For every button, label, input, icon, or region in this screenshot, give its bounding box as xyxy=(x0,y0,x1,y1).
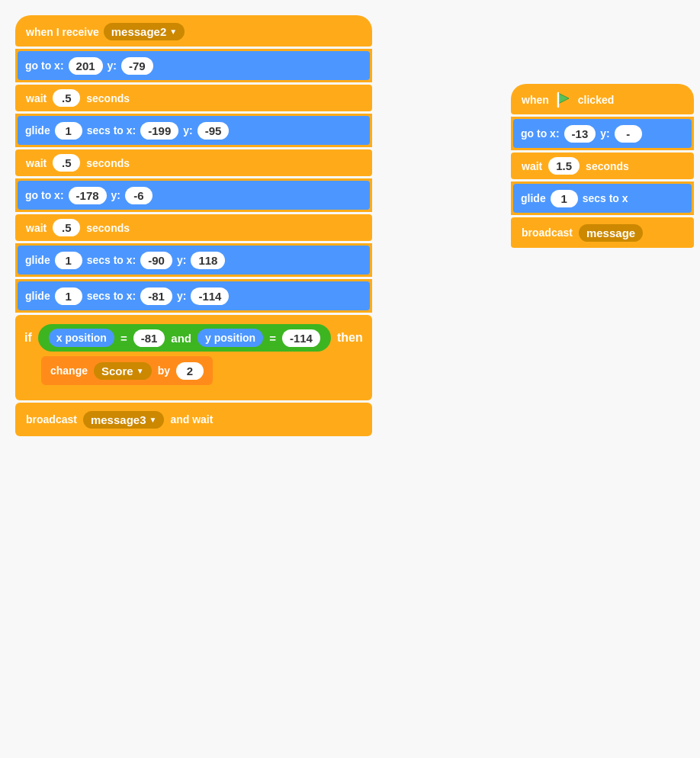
right-glide-secs-label: secs to x xyxy=(583,192,628,204)
glide-block-2[interactable]: glide 1 secs to x: -90 y: 118 xyxy=(18,246,370,275)
right-wait-suffix: seconds xyxy=(586,160,629,172)
right-glide-block[interactable]: glide 1 secs to x xyxy=(513,184,692,213)
wait-val-3[interactable]: .5 xyxy=(53,219,80,236)
svg-marker-0 xyxy=(558,93,569,104)
goto-y-label-1: y: xyxy=(108,59,117,72)
goto-x-2[interactable]: -178 xyxy=(69,187,107,204)
when-i-receive-label: when I receive xyxy=(26,26,99,38)
glide-label-1: glide xyxy=(25,124,50,137)
glide-secs-1[interactable]: 1 xyxy=(55,122,82,140)
message3-value: message3 xyxy=(91,413,146,426)
if-block: if x position = -81 and y position = -11… xyxy=(15,315,372,400)
wait-block-3[interactable]: wait .5 seconds xyxy=(15,214,372,241)
goto-block-2[interactable]: go to x: -178 y: -6 xyxy=(18,181,370,210)
then-label: then xyxy=(337,331,363,345)
glide-block-3[interactable]: glide 1 secs to x: -81 y: -114 xyxy=(18,281,370,310)
if-body: change Score ▼ by 2 xyxy=(41,356,368,385)
right-wait-block[interactable]: wait 1.5 seconds xyxy=(511,153,694,179)
wait-block-1[interactable]: wait .5 seconds xyxy=(15,85,372,111)
goto-block-1[interactable]: go to x: 201 y: -79 xyxy=(18,51,370,80)
goto-y-val-2[interactable]: -6 xyxy=(125,187,153,204)
score-dropdown[interactable]: Score ▼ xyxy=(94,362,152,380)
broadcast-label: broadcast xyxy=(26,413,77,426)
left-block-stack: when I receive message2 ▼ go to x: 201 y… xyxy=(15,15,372,436)
right-goto-y-label: y: xyxy=(600,127,609,140)
glide-y-label-2: y: xyxy=(177,254,186,266)
glide-secs-label-3: secs to x: xyxy=(87,290,136,302)
change-val[interactable]: 2 xyxy=(176,362,204,380)
glide-x-3[interactable]: -81 xyxy=(140,287,172,305)
and-label: and xyxy=(171,332,191,345)
glide-secs-label-1: secs to x: xyxy=(87,124,136,137)
score-dropdown-arrow: ▼ xyxy=(136,367,144,375)
glide-outer-1: glide 1 secs to x: -199 y: -95 xyxy=(15,114,372,147)
wait-val-1[interactable]: .5 xyxy=(53,89,80,107)
message2-dropdown[interactable]: message2 ▼ xyxy=(104,23,185,40)
clicked-label: clicked xyxy=(578,94,614,106)
right-glide-label: glide xyxy=(521,192,546,204)
glide-outer-3: glide 1 secs to x: -81 y: -114 xyxy=(15,279,372,313)
when-label: when xyxy=(522,94,549,106)
wait-label-1: wait xyxy=(26,92,47,104)
by-label: by xyxy=(158,365,170,377)
right-message-dropdown[interactable]: message xyxy=(579,224,643,242)
right-glide-secs[interactable]: 1 xyxy=(551,190,578,207)
change-score-block[interactable]: change Score ▼ by 2 xyxy=(41,356,213,385)
glide-label-2: glide xyxy=(25,254,50,266)
y-position-var[interactable]: y position xyxy=(197,329,263,347)
wait-suffix-1: seconds xyxy=(86,92,130,104)
glide-y-1[interactable]: -95 xyxy=(197,122,230,140)
glide-y-label-3: y: xyxy=(177,290,186,302)
right-message-value: message xyxy=(586,226,635,239)
x-val[interactable]: -81 xyxy=(133,329,165,347)
when-i-receive-block[interactable]: when I receive message2 ▼ xyxy=(15,15,372,47)
wait-val-2[interactable]: .5 xyxy=(53,154,80,172)
glide-x-2[interactable]: -90 xyxy=(140,252,172,269)
green-flag-icon xyxy=(555,92,572,108)
right-goto-outer: go to x: -13 y: - xyxy=(511,117,694,150)
change-label: change xyxy=(50,365,88,377)
message2-value: message2 xyxy=(111,25,167,38)
glide-secs-2[interactable]: 1 xyxy=(55,252,82,269)
goto-outer-1: go to x: 201 y: -79 xyxy=(15,49,372,82)
condition-block: x position = -81 and y position = -114 xyxy=(38,324,331,352)
glide-block-1[interactable]: glide 1 secs to x: -199 y: -95 xyxy=(18,116,370,145)
glide-secs-label-2: secs to x: xyxy=(87,254,136,266)
glide-outer-2: glide 1 secs to x: -90 y: 118 xyxy=(15,243,372,277)
right-wait-label: wait xyxy=(522,160,542,172)
glide-secs-3[interactable]: 1 xyxy=(55,287,82,305)
goto-x-1[interactable]: 201 xyxy=(69,57,103,75)
x-position-var[interactable]: x position xyxy=(49,329,114,347)
right-broadcast-block[interactable]: broadcast message xyxy=(511,217,694,248)
if-row: if x position = -81 and y position = -11… xyxy=(20,320,368,356)
right-wait-val[interactable]: 1.5 xyxy=(548,157,580,175)
equals-1: = xyxy=(120,332,127,345)
wait-suffix-3: seconds xyxy=(86,222,130,234)
glide-y-label-1: y: xyxy=(183,124,192,137)
broadcast-and-wait-block[interactable]: broadcast message3 ▼ and wait xyxy=(15,403,372,436)
right-goto-x[interactable]: -13 xyxy=(564,125,596,143)
wait-label-3: wait xyxy=(26,222,47,234)
score-value: Score xyxy=(101,365,133,377)
glide-y-3[interactable]: -114 xyxy=(191,287,229,305)
goto-label-1: go to x: xyxy=(25,59,64,72)
right-goto-y[interactable]: - xyxy=(615,125,642,143)
wait-block-2[interactable]: wait .5 seconds xyxy=(15,149,372,176)
right-glide-outer: glide 1 secs to x xyxy=(511,181,694,215)
right-broadcast-label: broadcast xyxy=(522,226,573,239)
glide-y-2[interactable]: 118 xyxy=(191,252,225,269)
goto-outer-2: go to x: -178 y: -6 xyxy=(15,178,372,212)
equals-2: = xyxy=(269,332,276,345)
goto-y-label-2: y: xyxy=(111,189,120,201)
message3-arrow: ▼ xyxy=(149,416,156,424)
right-block-stack: when clicked go to x: -13 y: - wait 1.5 … xyxy=(511,84,694,248)
y-val[interactable]: -114 xyxy=(282,329,320,347)
goto-y-val-1[interactable]: -79 xyxy=(121,57,153,75)
right-goto-block[interactable]: go to x: -13 y: - xyxy=(513,119,692,148)
right-goto-label: go to x: xyxy=(521,127,560,140)
glide-x-1[interactable]: -199 xyxy=(140,122,178,140)
if-label: if xyxy=(24,331,32,345)
when-flag-clicked-block[interactable]: when clicked xyxy=(511,84,694,114)
goto-label-2: go to x: xyxy=(25,189,64,201)
message3-dropdown[interactable]: message3 ▼ xyxy=(83,411,164,429)
